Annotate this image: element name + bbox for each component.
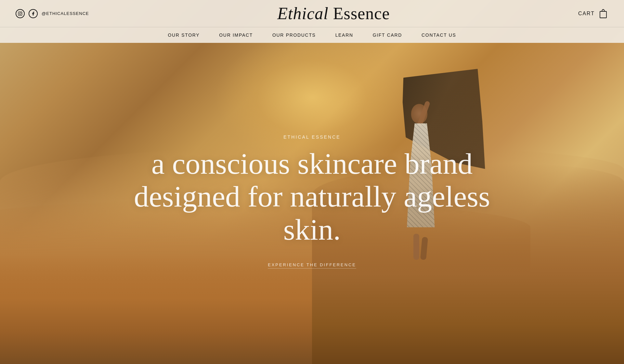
- brand-logo[interactable]: Ethical Essence: [277, 4, 390, 23]
- header-top-bar: @ETHICALESSENCE Ethical Essence CART: [0, 0, 624, 27]
- hero-section: @ETHICALESSENCE Ethical Essence CART OUR…: [0, 0, 624, 364]
- hero-content: ETHICAL ESSENCE a conscious skincare bra…: [0, 0, 624, 364]
- svg-rect-0: [18, 12, 22, 16]
- svg-point-1: [19, 13, 21, 15]
- hero-headline-line2: designed for naturally ageless skin.: [134, 180, 490, 246]
- nav-item-learn[interactable]: LEARN: [335, 32, 353, 38]
- nav-item-contact-us[interactable]: CONTACT US: [422, 32, 456, 38]
- hero-headline: a conscious skincare brand designed for …: [117, 147, 507, 246]
- nav-item-gift-card[interactable]: GIFT CARD: [373, 32, 402, 38]
- cart-icon: [598, 7, 608, 20]
- facebook-icon[interactable]: [29, 9, 38, 18]
- cart-button[interactable]: CART: [578, 7, 608, 20]
- site-header: @ETHICALESSENCE Ethical Essence CART OUR…: [0, 0, 624, 43]
- nav-item-our-impact[interactable]: OUR IMPACT: [219, 32, 253, 38]
- hero-cta-link[interactable]: EXPERIENCE THE DIFFERENCE: [268, 262, 356, 269]
- svg-point-2: [21, 12, 21, 13]
- social-handle-label: @ETHICALESSENCE: [42, 11, 89, 16]
- instagram-icon[interactable]: [16, 9, 25, 18]
- social-links: @ETHICALESSENCE: [16, 9, 89, 18]
- main-navigation: OUR STORY OUR IMPACT OUR PRODUCTS LEARN …: [0, 27, 624, 43]
- cart-label: CART: [578, 11, 595, 17]
- brand-name-regular: Essence: [329, 4, 390, 23]
- svg-rect-3: [600, 11, 606, 18]
- brand-name-italic: Ethical: [277, 4, 328, 23]
- nav-item-our-products[interactable]: OUR PRODUCTS: [272, 32, 316, 38]
- hero-brand-label: ETHICAL ESSENCE: [283, 134, 341, 140]
- nav-item-our-story[interactable]: OUR STORY: [168, 32, 200, 38]
- hero-headline-line1: a conscious skincare brand: [151, 147, 473, 180]
